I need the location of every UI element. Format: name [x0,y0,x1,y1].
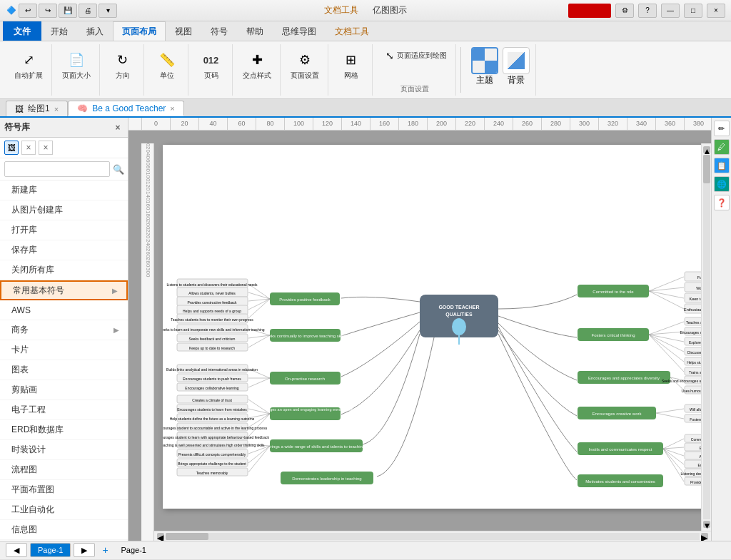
scrollbar-vertical[interactable]: ▲ ▼ [701,143,711,531]
svg-text:QUALITIES: QUALITIES [445,312,473,317]
page-settings-btn[interactable]: ⚙ 页面设置 [288,47,322,81]
close-btn[interactable]: × [707,4,725,18]
tab-help[interactable]: 帮助 [237,21,273,41]
svg-text:Encourages students to push fr: Encourages students to push frames [183,377,241,381]
panel-x-1[interactable]: × [21,141,36,155]
scroll-down-btn[interactable]: ▼ [703,521,710,528]
menu-floor-plan[interactable]: 平面布置图 [0,480,128,500]
scroll-track-v[interactable] [703,155,710,519]
doc-tab-teacher[interactable]: 🧠 Be a Good Teacher × [68,101,184,116]
svg-text:Provides constructive feedback: Provides constructive feedback [187,300,237,305]
page-tab-1[interactable]: Page-1 [30,543,71,557]
tab-symbol[interactable]: 符号 [201,21,237,41]
print-btn[interactable]: 🖨 [79,4,97,18]
page-nav-prev[interactable]: ◀ [6,543,27,557]
right-btn-2[interactable]: 🖊 [714,139,730,155]
redo-btn[interactable]: ↪ [39,4,57,18]
settings-btn[interactable]: ⚙ [615,4,634,18]
ribbon-content: ⤢ 自动扩展 📄 页面大小 ↻ 方向 [0,41,731,98]
menu-electronics[interactable]: 电子工程 [0,400,128,420]
scroll-thumb-v[interactable] [703,155,710,183]
doc-tab-icon-2: 🧠 [77,103,88,113]
menu-infographic[interactable]: 信息图 [0,520,128,540]
doc-tab-close-2[interactable]: × [170,104,174,113]
doc-tab-close-1[interactable]: × [54,105,59,113]
panel-x-2[interactable]: × [39,141,53,155]
cross-point-btn[interactable]: ✚ 交点样式 [240,47,274,81]
menu-fashion[interactable]: 时装设计 [0,440,128,460]
undo-btn[interactable]: ↩ [19,4,37,18]
auto-expand-btn[interactable]: ⤢ 自动扩展 [11,47,46,81]
more-btn[interactable]: ▾ [99,4,117,18]
svg-line-32 [649,335,684,362]
search-icon[interactable]: 🔍 [113,164,124,175]
menu-business[interactable]: 商务▶ [0,320,128,340]
svg-line-6 [649,277,684,291]
cross-point-icon: ✚ [246,49,268,71]
page-nav-next[interactable]: ▶ [74,543,95,557]
search-input[interactable] [4,161,110,177]
menu-create-from-image[interactable]: 从图片创建库 [0,200,128,220]
unit-btn[interactable]: 📏 单位 [153,47,181,81]
tab-insert[interactable]: 插入 [77,21,113,41]
panel-icon-1[interactable]: 🖼 [4,141,19,155]
direction-btn[interactable]: ↻ 方向 [109,47,137,81]
auto-expand-icon: ⤢ [17,49,40,71]
tab-page-layout[interactable]: 页面布局 [113,21,166,41]
page-add-btn[interactable]: + [98,544,112,556]
grid-icon: ⊞ [340,49,363,71]
right-btn-1[interactable]: ✏ [714,121,730,136]
page-size-btn[interactable]: 📄 页面大小 [59,47,94,81]
tab-file[interactable]: 文件 [3,21,41,41]
maximize-btn[interactable]: □ [684,4,702,18]
menu-close-all-libs[interactable]: 关闭所有库 [0,260,128,280]
page-setup-group-label: 页面设置 [400,84,429,96]
menu-common-symbols[interactable]: 常用基本符号 ▶ [0,280,128,300]
svg-text:Demonstrates leadership in tea: Demonstrates leadership in teaching [292,477,361,481]
menu-card[interactable]: 卡片 [0,340,128,360]
menu-flowchart[interactable]: 流程图 [0,460,128,480]
tab-view[interactable]: 视图 [166,21,201,41]
tab-mindmap[interactable]: 思维导图 [273,21,326,41]
canvas-inner[interactable]: 0 20 40 60 80 100 120 140 160 180 200 22… [141,131,711,541]
symbol-library-panel: 符号库 × 🖼 × × 🔍 新建库 从图片创建库 打开库 保存库 关闭所有库 常… [0,118,128,541]
panel-title: 符号库 [4,121,30,133]
scroll-up-btn[interactable]: ▲ [703,146,710,153]
right-btn-5[interactable]: ❓ [714,195,730,210]
right-btn-3[interactable]: 📋 [714,158,730,173]
ruler-horizontal: 0 20 40 60 80 100 120 140 160 180 200 22… [128,118,711,131]
menu-save-lib[interactable]: 保存库 [0,240,128,260]
svg-line-118 [248,446,270,463]
page-num-btn[interactable]: 012 页码 [197,47,226,81]
bg-selector[interactable] [503,47,530,74]
scrollbar-horizontal[interactable]: ◀ ▶ [154,531,711,541]
minimize-btn[interactable]: — [661,4,680,18]
scroll-left-btn[interactable]: ◀ [157,533,164,540]
help-btn[interactable]: ? [638,4,657,18]
canvas-page[interactable]: GOOD TEACHER QUALITIES Committed to the … [163,145,711,509]
menu-clipart[interactable]: 剪贴画 [0,380,128,400]
theme-selector[interactable] [471,47,498,74]
main-layout: 符号库 × 🖼 × × 🔍 新建库 从图片创建库 打开库 保存库 关闭所有库 常… [0,118,731,541]
save-btn[interactable]: 💾 [59,4,77,18]
doc-tab-drawing1[interactable]: 🖼 绘图1 × [6,101,68,116]
panel-close-btn[interactable]: × [112,122,123,133]
menu-aws[interactable]: AWS [0,300,128,320]
fit-page-btn[interactable]: ⤡ 页面适应到绘图 [380,47,450,64]
scroll-track-h[interactable] [166,533,700,540]
menu-map[interactable]: 地图 [0,540,128,541]
scroll-right-btn[interactable]: ▶ [701,533,708,540]
menu-new-lib[interactable]: 新建库 [0,180,128,200]
svg-text:Builds links analytical and in: Builds links analytical and internationa… [166,367,258,372]
svg-line-51 [656,413,684,419]
scroll-thumb-h[interactable] [166,533,208,540]
right-btn-4[interactable]: 🌐 [714,176,730,192]
doc-tab-icon-1: 🖼 [15,104,24,114]
grid-btn[interactable]: ⊞ 网格 [337,47,366,81]
menu-industrial[interactable]: 工业自动化 [0,500,128,520]
menu-open-lib[interactable]: 打开库 [0,220,128,240]
menu-erd[interactable]: ERD和数据库 [0,420,128,440]
tab-doc-tools[interactable]: 文档工具 [326,21,378,41]
menu-chart[interactable]: 图表 [0,360,128,380]
tab-start[interactable]: 开始 [41,21,77,41]
